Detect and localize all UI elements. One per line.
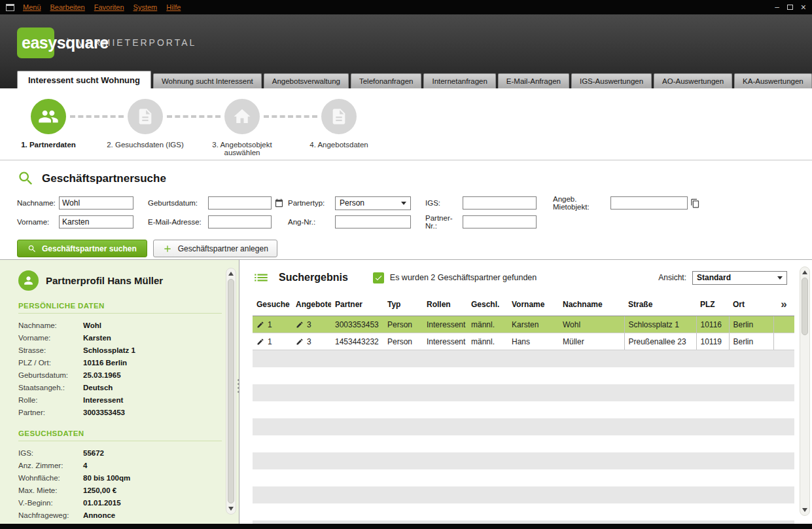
column-header-angebote[interactable]: Angebote [292, 296, 331, 316]
profile-scrollbar[interactable] [226, 268, 236, 515]
column-header-nachname[interactable]: Nachname [559, 296, 624, 316]
scroll-up-button[interactable] [226, 269, 236, 278]
tab-angebotsverwaltung[interactable]: Angebotsverwaltung [264, 73, 349, 88]
column-header-ort[interactable]: Ort [729, 296, 773, 316]
partnertyp-select[interactable]: Person [335, 196, 411, 210]
column-header-strasse[interactable]: Straße [624, 296, 696, 316]
document-icon [321, 99, 357, 134]
cell-strasse: Preußenallee 23 [624, 333, 696, 350]
angeb-mietobjekt-input[interactable] [610, 196, 688, 210]
section-title-gesuchsdaten: GESUCHSDATEN [18, 429, 222, 441]
close-button[interactable]: × [801, 3, 806, 12]
cell-partner: 1453443232 [331, 333, 383, 350]
email-input[interactable] [208, 215, 272, 228]
partner-nr-input[interactable] [463, 215, 537, 228]
view-select[interactable]: Standard [692, 271, 787, 285]
table-row[interactable]: 1 3 1453443232 Person Interessent männl.… [253, 333, 794, 350]
menu-hilfe[interactable]: Hilfe [166, 3, 181, 11]
create-partner-button[interactable]: Geschäftspartner anlegen [153, 240, 277, 257]
igs-label: IGS: [425, 199, 463, 207]
results-table: Gesuche Angebote Partner Typ Rollen Gesc… [253, 296, 794, 524]
cell-ort: Berlin [729, 316, 773, 333]
copy-icon[interactable] [690, 198, 700, 208]
search-icon [17, 170, 35, 187]
cell-nachname: Wohl [559, 316, 624, 333]
cell-nachname: Müller [559, 333, 624, 350]
scrollbar-thumb[interactable] [228, 279, 234, 503]
column-header-rollen[interactable]: Rollen [423, 296, 467, 316]
found-message: Es wurden 2 Geschäftspartner gefunden [390, 273, 537, 282]
vorname-input[interactable] [59, 215, 133, 228]
cell-typ: Person [383, 333, 423, 350]
content-split: Partnerprofil Hans Müller PERSÖNLICHE DA… [0, 260, 812, 524]
results-title: Suchergebnis [279, 272, 348, 283]
results-scrollbar[interactable] [800, 266, 810, 516]
angeb-mietobjekt-label: Angeb. Mietobjekt: [553, 195, 610, 211]
tab-internetanfragen[interactable]: Internetanfragen [423, 73, 495, 88]
search-partner-button[interactable]: Geschäftspartner suchen [17, 240, 147, 257]
menu-favoriten[interactable]: Favoriten [94, 3, 124, 11]
profile-row: Partner:3003353453 [18, 406, 222, 418]
maximize-button[interactable] [787, 5, 793, 10]
igs-input[interactable] [463, 196, 537, 210]
tab-interessent-sucht-wohnung[interactable]: Interessent sucht Wohnung [17, 71, 151, 88]
minimize-button[interactable]: – [775, 3, 779, 11]
geburtsdatum-input[interactable] [208, 196, 272, 210]
edit-icon[interactable] [256, 338, 264, 346]
menu-bearbeiten[interactable]: Bearbeiten [50, 3, 85, 11]
wizard-step-angebotsobjekt[interactable]: 3. Angebotsobjekt auswählen [194, 99, 291, 156]
brand-row: easysquare | VERMIETERPORTAL [0, 14, 812, 71]
tab-ao-auswertungen[interactable]: AO-Auswertungen [654, 73, 732, 88]
main-tabbar: Interessent sucht Wohnung Wohnung sucht … [0, 71, 812, 88]
tab-igs-auswertungen[interactable]: IGS-Auswertungen [571, 73, 652, 88]
column-header-vorname[interactable]: Vorname [508, 296, 559, 316]
profile-row: Rolle:Interessent [18, 393, 222, 406]
calendar-icon[interactable] [274, 198, 284, 208]
column-header-plz[interactable]: PLZ [696, 296, 729, 316]
cell-ort: Berlin [729, 333, 773, 350]
wizard-step-partnerdaten[interactable]: 1. Partnerdaten [0, 99, 97, 149]
profile-row: Max. Miete:1250,00 € [18, 484, 222, 496]
profile-row: Wohnfläche:80 bis 100qm [18, 471, 222, 484]
tab-ka-auswertungen[interactable]: KA-Auswertungen [734, 73, 812, 88]
profile-row-label: V.-Beginn: [18, 499, 83, 507]
column-header-typ[interactable]: Typ [383, 296, 423, 316]
edit-icon[interactable] [296, 321, 304, 329]
partnertyp-label: Partnertyp: [288, 199, 335, 207]
wizard-step-gesuchsdaten[interactable]: 2. Gesuchsdaten (IGS) [97, 99, 194, 149]
scrollbar-thumb[interactable] [802, 278, 808, 335]
edit-icon[interactable] [256, 321, 264, 329]
tab-telefonanfragen[interactable]: Telefonanfragen [351, 73, 421, 88]
empty-row [253, 367, 794, 384]
panel-splitter[interactable] [238, 379, 239, 381]
tab-wohnung-sucht-interessent[interactable]: Wohnung sucht Interessent [153, 73, 262, 88]
search-results-panel: Suchergebnis Es wurden 2 Geschäftspartne… [239, 260, 812, 524]
column-header-partner[interactable]: Partner [331, 296, 383, 316]
profile-row-label: Nachname: [18, 321, 83, 329]
profile-row: Anz. Zimmer:4 [18, 459, 222, 471]
profile-row-value: Annonce [83, 511, 115, 519]
scroll-down-button[interactable] [800, 505, 809, 515]
chevron-down-icon [777, 276, 783, 280]
menu-menu[interactable]: Menü [23, 3, 41, 11]
cell-rollen: Interessent [423, 333, 467, 350]
nachname-input[interactable] [59, 196, 133, 210]
scroll-down-button[interactable] [226, 504, 236, 513]
profile-row: Vorname:Karsten [18, 331, 222, 344]
found-checkbox[interactable] [373, 272, 384, 283]
profile-row-label: Geburtsdatum: [18, 371, 83, 379]
ang-nr-input[interactable] [335, 215, 411, 228]
cell-gesuche: 1 [253, 316, 292, 333]
column-header-geschl[interactable]: Geschl. [467, 296, 508, 316]
cell-typ: Person [383, 316, 423, 333]
wizard-step-angebotsdaten[interactable]: 4. Angebotsdaten [291, 99, 387, 149]
column-header-gesuche[interactable]: Gesuche [253, 296, 292, 316]
edit-icon[interactable] [296, 338, 304, 346]
expand-columns-icon[interactable]: » [781, 298, 786, 310]
profile-row-value: 55672 [83, 449, 104, 457]
empty-row [253, 486, 794, 503]
scroll-up-button[interactable] [800, 268, 809, 277]
menu-system[interactable]: System [133, 3, 158, 11]
table-row[interactable]: 1 3 3003353453 Person Interessent männl.… [253, 316, 794, 333]
tab-email-anfragen[interactable]: E-Mail-Anfragen [498, 73, 569, 88]
